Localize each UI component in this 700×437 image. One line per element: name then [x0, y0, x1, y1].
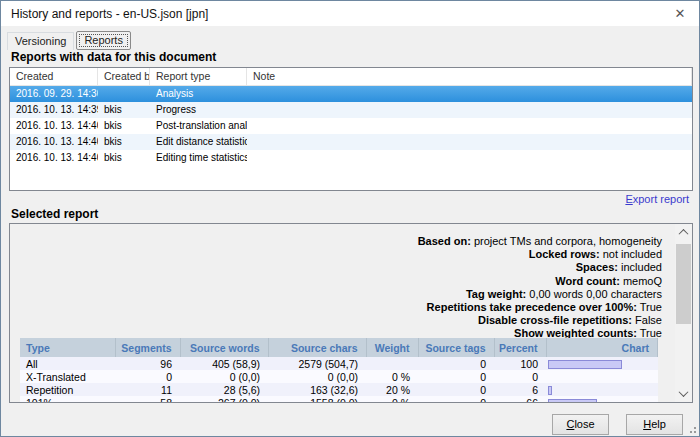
cell-report-type: Progress — [150, 102, 247, 118]
reports-list: Created Created by Report type Note 2016… — [9, 67, 693, 191]
prop-spaces: Spaces: included — [418, 261, 662, 274]
prop-repetitions-precedence: Repetitions take precedence over 100%: T… — [418, 301, 662, 314]
history-and-reports-dialog: History and reports - en-US.json [jpn] ✕… — [0, 0, 700, 437]
prop-word-count: Word count: memoQ — [418, 275, 662, 288]
report-row-progress[interactable]: 2016. 10. 13. 14:39 bkis Progress — [10, 102, 692, 118]
stats-row-101: 101% 58 267 (0,0) 1558 (0,0) 0 % 0 66 — [20, 396, 658, 403]
scrollbar-up-button[interactable] — [675, 224, 692, 241]
report-row-edit-distance[interactable]: 2016. 10. 13. 14:40 bkis Edit distance s… — [10, 134, 692, 150]
report-row-analysis[interactable]: 2016. 09. 29. 14:30 Analysis — [10, 86, 692, 102]
cell-created-by: bkis — [98, 118, 150, 134]
cell-note — [247, 150, 692, 166]
cell-report-type: Post-translation analysis — [150, 118, 247, 134]
cell-created: 2016. 10. 13. 14:40 — [10, 150, 98, 166]
cell-created-by: bkis — [98, 134, 150, 150]
prop-based-on: Based on: project TMs and corpora, homog… — [418, 235, 662, 248]
chevron-up-icon — [679, 229, 689, 239]
cell-note — [247, 134, 692, 150]
chart-bar-repetition — [548, 386, 552, 395]
stats-col-type: Type — [20, 338, 115, 357]
column-header-report-type[interactable]: Report type — [150, 68, 247, 85]
export-link-accesskey: E — [625, 193, 632, 205]
prop-locked-rows: Locked rows: not included — [418, 248, 662, 261]
cell-report-type: Analysis — [150, 86, 247, 102]
reports-section-heading: Reports with data for this document — [11, 50, 216, 64]
stats-row-repetition: Repetition 11 28 (5,6) 163 (32,6) 20 % 0… — [20, 383, 658, 396]
tab-reports-label: Reports — [84, 34, 123, 46]
stats-header-row: Type Segments Source words Source chars … — [20, 338, 658, 357]
export-report-link[interactable]: Export report — [625, 193, 689, 205]
resize-grip[interactable] — [687, 424, 697, 434]
tab-versioning-label: Versioning — [15, 35, 66, 47]
close-button-text: lose — [574, 418, 594, 430]
stats-row-all: All 96 405 (58,9) 2579 (504,7) 0 100 — [20, 357, 658, 370]
cell-created-by: bkis — [98, 102, 150, 118]
scrollbar-thumb[interactable] — [676, 244, 691, 324]
export-link-text: xport report — [633, 193, 689, 205]
cell-created-by: bkis — [98, 150, 150, 166]
cell-note — [247, 86, 692, 102]
column-header-note[interactable]: Note — [247, 68, 692, 85]
cell-note — [247, 118, 692, 134]
stats-col-chart: Chart — [546, 338, 658, 357]
stats-col-weight: Weight — [366, 338, 418, 357]
tab-strip: Versioning Reports — [7, 31, 133, 50]
cell-created: 2016. 10. 13. 14:39 — [10, 102, 98, 118]
selected-report-panel: Based on: project TMs and corpora, homog… — [9, 223, 693, 403]
statistics-table: Type Segments Source words Source chars … — [20, 338, 658, 403]
stats-row-x-translated: X-Translated 0 0 (0,0) 0 (0,0) 0 % 0 0 — [20, 370, 658, 383]
report-row-post-translation[interactable]: 2016. 10. 13. 14:40 bkis Post-translatio… — [10, 118, 692, 134]
cell-created: 2016. 10. 13. 14:40 — [10, 118, 98, 134]
chart-bar-all — [548, 360, 622, 369]
close-button[interactable]: Close — [552, 414, 609, 435]
stats-col-source-chars: Source chars — [268, 338, 366, 357]
cell-report-type: Edit distance statistics — [150, 134, 247, 150]
titlebar: History and reports - en-US.json [jpn] ✕ — [1, 1, 699, 26]
stats-col-segments: Segments — [115, 338, 180, 357]
column-header-created-by[interactable]: Created by — [98, 68, 150, 85]
cell-created: 2016. 09. 29. 14:30 — [10, 86, 98, 102]
column-header-created[interactable]: Created — [10, 68, 98, 85]
report-row-editing-time[interactable]: 2016. 10. 13. 14:40 bkis Editing time st… — [10, 150, 692, 166]
window-title: History and reports - en-US.json [jpn] — [11, 7, 208, 21]
prop-disable-cross-file: Disable cross-file repetitions: False — [418, 314, 662, 327]
help-button[interactable]: Help — [626, 414, 683, 435]
cell-report-type: Editing time statistics — [150, 150, 247, 166]
close-icon: ✕ — [675, 6, 686, 21]
stats-col-source-words: Source words — [180, 338, 268, 357]
chart-bar-101 — [548, 399, 597, 403]
tab-reports[interactable]: Reports — [76, 31, 131, 50]
reports-list-header: Created Created by Report type Note — [10, 68, 692, 86]
report-scrollbar[interactable] — [675, 224, 692, 402]
chevron-down-icon — [679, 387, 689, 397]
scrollbar-down-button[interactable] — [675, 385, 692, 402]
tab-versioning[interactable]: Versioning — [7, 32, 74, 50]
help-button-text: elp — [651, 418, 666, 430]
report-properties: Based on: project TMs and corpora, homog… — [418, 235, 662, 341]
window-close-button[interactable]: ✕ — [661, 1, 699, 26]
stats-col-source-tags: Source tags — [418, 338, 494, 357]
cell-created-by — [98, 86, 150, 102]
selected-report-heading: Selected report — [11, 207, 98, 221]
prop-tag-weight: Tag weight: 0,00 words 0,00 characters — [418, 288, 662, 301]
cell-note — [247, 102, 692, 118]
stats-col-percent: Percent — [494, 338, 546, 357]
cell-created: 2016. 10. 13. 14:40 — [10, 134, 98, 150]
help-button-accesskey: H — [643, 418, 651, 430]
